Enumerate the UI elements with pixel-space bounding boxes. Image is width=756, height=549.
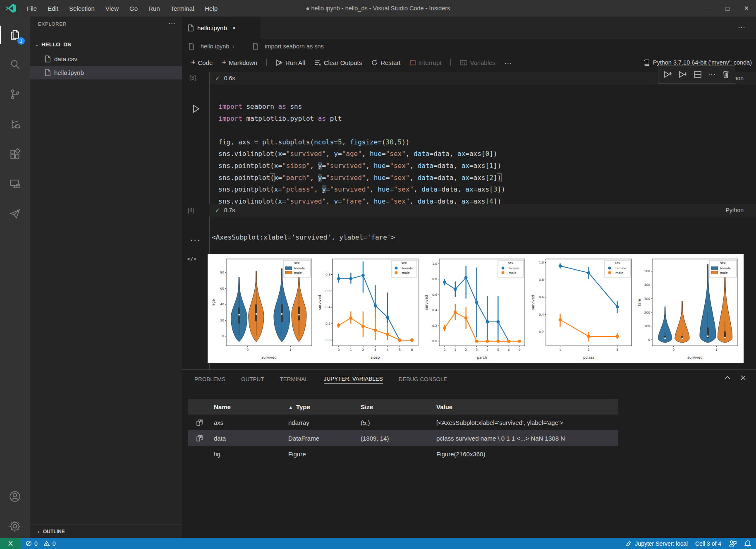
feedback-icon[interactable] (729, 540, 737, 547)
svg-text:sex: sex (508, 261, 514, 265)
panel-tab-jupyter-variables[interactable]: JUPYTER: VARIABLES (324, 376, 383, 384)
panel-tab-debug-console[interactable]: DEBUG CONSOLE (399, 376, 447, 384)
output-mime-icon[interactable]: </> (187, 256, 196, 262)
close-button[interactable]: ✕ (737, 0, 756, 17)
remote-indicator[interactable] (0, 538, 21, 549)
svg-text:survived: survived (424, 295, 428, 310)
variables-button: Variables (460, 59, 495, 66)
add-markdown-cell-button[interactable]: +Markdown (222, 58, 257, 67)
panel-tab-problems[interactable]: PROBLEMS (194, 376, 225, 384)
explorer-sidebar: EXPLORER ··· ⌄ HELLO_DS data.csvhello.ip… (30, 17, 182, 538)
cell4-code-editor[interactable]: import seaborn as snsimport matplotlib.p… (218, 103, 748, 209)
delete-cell-icon[interactable] (722, 70, 730, 79)
code-line-8: sns.pointplot(x="pclass", y="survived", … (218, 185, 748, 197)
clear-outputs-button[interactable]: Clear Outputs (314, 59, 362, 66)
maximize-button[interactable]: □ (718, 0, 737, 17)
cell4-status-bar: ✓ 8.7s Python (209, 204, 756, 216)
folder-section-hello-ds[interactable]: ⌄ HELLO_DS (30, 38, 182, 50)
variable-row-fig[interactable]: figFigureFigure(2160x360) (188, 446, 618, 462)
svg-text:parch: parch (477, 355, 487, 360)
jupyter-server-status[interactable]: Jupyter Server: local (625, 540, 688, 547)
cell4-language[interactable]: Python (725, 207, 744, 213)
svg-text:20: 20 (220, 319, 224, 322)
split-cell-icon[interactable] (693, 70, 702, 79)
remote-icon (7, 540, 14, 547)
cell4-duration: 8.7s (224, 207, 235, 213)
menu-bar: FileEditSelectionViewGoRunTerminalHelp (22, 0, 223, 17)
menu-run[interactable]: Run (143, 5, 165, 12)
svg-text:0.2: 0.2 (325, 322, 330, 326)
settings-gear-icon[interactable] (0, 515, 30, 538)
notifications-bell-icon[interactable] (744, 540, 751, 547)
menu-edit[interactable]: Edit (42, 5, 64, 12)
explorer-icon[interactable]: 1 (0, 23, 30, 46)
variable-row-axs[interactable]: axsndarray(5,)[<AxesSubplot:xlabel='surv… (188, 415, 618, 430)
run-all-button[interactable]: Run All (276, 59, 305, 66)
svg-text:male: male (615, 271, 623, 275)
error-count[interactable]: 0 (34, 540, 38, 547)
svg-text:5: 5 (497, 348, 499, 352)
panel-tab-output[interactable]: OUTPUT (241, 376, 264, 384)
menu-selection[interactable]: Selection (64, 5, 100, 12)
run-debug-icon[interactable] (0, 113, 30, 136)
open-variable-icon[interactable] (196, 434, 204, 442)
folder-name: HELLO_DS (41, 41, 71, 48)
dirty-indicator[interactable]: ● (233, 25, 236, 30)
account-icon[interactable] (0, 485, 30, 508)
add-code-cell-button[interactable]: +Code (191, 58, 213, 67)
breadcrumb-file[interactable]: hello.ipynb (201, 43, 229, 50)
run-above-icon[interactable] (663, 70, 672, 79)
column-header-size[interactable]: Size (361, 403, 373, 410)
file-item-hello-ipynb[interactable]: hello.ipynb (30, 66, 182, 79)
cell-more-actions-icon[interactable]: ··· (708, 71, 716, 78)
panel-maximize-icon[interactable] (724, 374, 731, 381)
sidebar-title: EXPLORER (38, 22, 67, 26)
open-variable-icon[interactable] (196, 418, 204, 427)
file-item-data-csv[interactable]: data.csv (30, 52, 182, 66)
minimize-button[interactable]: ─ (699, 0, 718, 17)
interrupt-kernel-button: Interrupt (410, 59, 442, 66)
svg-text:400: 400 (644, 283, 651, 287)
cell-position-indicator[interactable]: Cell 3 of 4 (695, 540, 721, 547)
column-header-value[interactable]: Value (436, 403, 452, 410)
variable-type: Figure (288, 451, 306, 458)
svg-text:0: 0 (444, 348, 446, 352)
sidebar-more-icon[interactable]: ··· (168, 19, 175, 28)
menu-file[interactable]: File (22, 5, 42, 12)
variable-row-data[interactable]: dataDataFrame(1309, 14)pclass survived n… (188, 430, 618, 446)
svg-text:200: 200 (644, 311, 651, 314)
search-icon[interactable] (0, 53, 30, 76)
errors-icon[interactable] (26, 540, 32, 547)
breadcrumb[interactable]: hello.ipynb › import seaborn as sns (182, 39, 756, 54)
extensions-icon[interactable] (0, 142, 30, 165)
code-line-3 (218, 126, 748, 138)
breadcrumb-symbol[interactable]: import seaborn as sns (265, 43, 324, 50)
warning-count[interactable]: 0 (53, 540, 56, 547)
menu-help[interactable]: Help (199, 5, 223, 12)
menu-go[interactable]: Go (124, 5, 143, 12)
toolbar-more-icon[interactable]: ··· (505, 59, 512, 66)
restart-kernel-button[interactable]: Restart (371, 59, 400, 66)
svg-text:0.6: 0.6 (325, 289, 330, 293)
panel-close-icon[interactable] (739, 374, 747, 381)
column-header-type[interactable]: ▲Type (288, 403, 310, 410)
variable-name: fig (214, 451, 220, 458)
menu-view[interactable]: View (100, 5, 124, 12)
sort-ascending-icon[interactable]: ▲ (288, 405, 293, 410)
svg-text:9: 9 (519, 348, 521, 352)
cell-output-plots: 02040608001survivedagesexfemalemale0.00.… (208, 254, 744, 363)
menu-terminal[interactable]: Terminal (165, 5, 200, 12)
tab-hello-ipynb[interactable]: hello.ipynb ● (182, 17, 261, 39)
remote-explorer-icon[interactable] (0, 172, 30, 195)
panel-tab-bar: PROBLEMSOUTPUTTERMINALJUPYTER: VARIABLES… (194, 370, 447, 390)
run-below-icon[interactable] (678, 70, 687, 79)
plug-icon (625, 540, 632, 547)
run-cell-icon[interactable] (192, 104, 200, 113)
panel-tab-terminal[interactable]: TERMINAL (280, 376, 308, 384)
column-header-name[interactable]: Name (214, 403, 231, 410)
editor-actions-icon[interactable]: ··· (738, 23, 745, 32)
source-control-icon[interactable] (0, 83, 30, 106)
outline-section[interactable]: › OUTLINE (30, 525, 182, 538)
jupyter-send-icon[interactable] (0, 202, 30, 225)
warnings-icon[interactable] (43, 540, 50, 547)
